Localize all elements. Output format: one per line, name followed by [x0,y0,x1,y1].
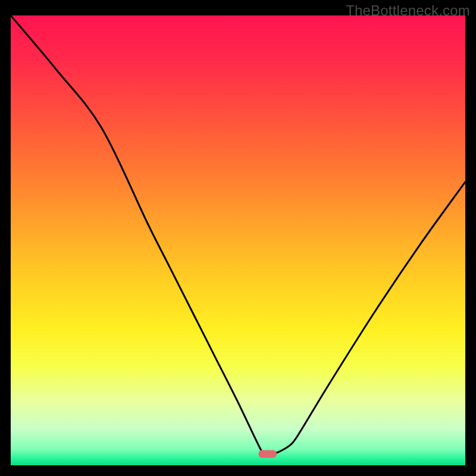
gradient-background [11,15,465,465]
plot-area [11,15,465,465]
chart-frame: TheBottleneck.com [0,0,476,476]
watermark-text: TheBottleneck.com [346,2,470,19]
optimal-marker [258,450,277,458]
chart-svg [11,15,465,465]
